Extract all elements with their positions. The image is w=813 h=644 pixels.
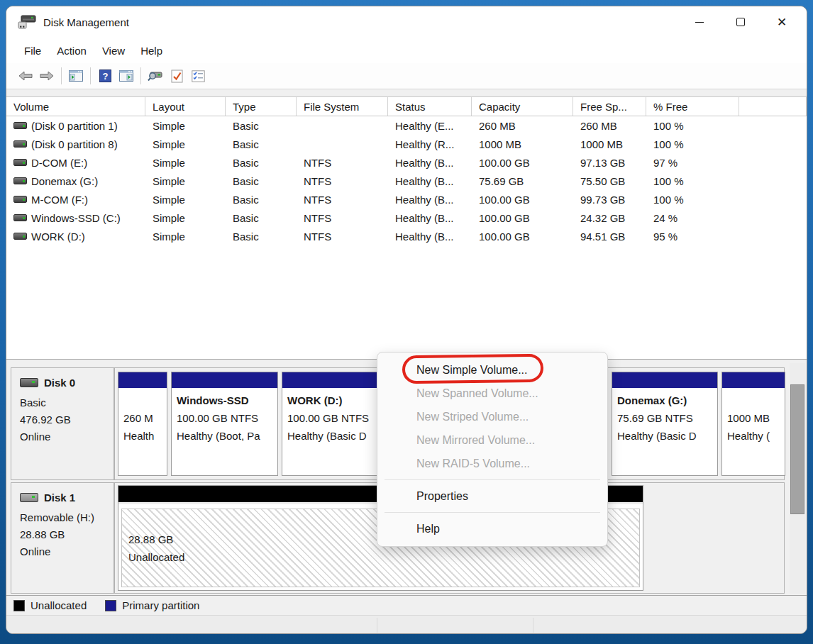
menu-separator [385, 479, 600, 480]
toolbar-separator [140, 67, 141, 84]
disk-icon [20, 378, 38, 387]
rescan-disks-button[interactable] [145, 66, 166, 86]
volume-icon [13, 177, 27, 184]
legend-unallocated-label: Unallocated [31, 599, 87, 611]
list-header: Volume Layout Type File System Status Ca… [6, 96, 807, 116]
svg-text:?: ? [102, 71, 108, 82]
col-free-space[interactable]: Free Sp... [573, 97, 646, 116]
maximize-button[interactable] [720, 6, 761, 38]
statusbar-divider [533, 618, 533, 633]
partition-windows-ssd[interactable]: Windows-SSD100.00 GB NTFSHealthy (Boot, … [171, 372, 278, 476]
help-button[interactable]: ? [94, 66, 116, 86]
cell-type: Basic [226, 172, 297, 190]
console-tree-icon [69, 70, 83, 82]
cell-free: 99.73 GB [573, 190, 646, 209]
cell-volume: (Disk 0 partition 8) [31, 138, 118, 150]
window-title: Disk Management [43, 16, 129, 28]
table-row[interactable]: M-COM (F:) Simple Basic NTFS Healthy (B.… [6, 190, 807, 209]
cell-fs: NTFS [297, 190, 388, 209]
cell-pct: 100 % [646, 116, 739, 135]
menu-action[interactable]: Action [49, 41, 94, 60]
back-button[interactable] [15, 66, 36, 86]
scrollbar-thumb[interactable] [790, 384, 804, 514]
close-icon: ✕ [777, 16, 787, 28]
cell-fs: NTFS [297, 227, 388, 245]
help-icon: ? [99, 70, 111, 82]
cell-status: Healthy (R... [388, 135, 472, 153]
cell-pct: 97 % [646, 153, 739, 172]
disk0-label[interactable]: Disk 0 Basic 476.92 GB Online [11, 368, 115, 479]
menu-bar: File Action View Help [6, 38, 807, 63]
menu-item-new-mirrored-volume: New Mirrored Volume... [377, 428, 607, 452]
col-status[interactable]: Status [388, 97, 472, 116]
volume-icon [13, 214, 27, 221]
cell-capacity: 100.00 GB [472, 209, 573, 227]
status-bar [6, 615, 807, 634]
context-menu: New Simple Volume... New Spanned Volume.… [377, 352, 608, 547]
cell-pct: 100 % [646, 190, 739, 209]
cell-capacity: 260 MB [472, 116, 573, 135]
cell-free: 24.32 GB [573, 209, 646, 227]
disk1-label[interactable]: Disk 1 Removable (H:) 28.88 GB Online [11, 483, 115, 593]
title-bar: Disk Management ✕ [6, 6, 807, 38]
partition-work[interactable]: WORK (D:)100.00 GB NTFSHealthy (Basic D [282, 372, 382, 476]
forward-button[interactable] [36, 66, 57, 86]
disk-management-window: Disk Management ✕ File Action View Help [6, 6, 807, 634]
check-document-button[interactable] [166, 66, 187, 86]
cell-fs: NTFS [297, 153, 388, 172]
volume-icon [13, 122, 27, 129]
col-file-system[interactable]: File System [297, 97, 388, 116]
close-button[interactable]: ✕ [761, 6, 802, 38]
col-layout[interactable]: Layout [145, 97, 226, 116]
cell-pct: 100 % [646, 172, 739, 190]
table-row[interactable]: WORK (D:) Simple Basic NTFS Healthy (B..… [6, 227, 807, 245]
unallocated-swatch [13, 600, 25, 611]
disk1-type: Removable (H:) [20, 509, 114, 526]
task-list-button[interactable] [187, 66, 209, 86]
menu-file[interactable]: File [16, 41, 49, 60]
maximize-icon [736, 18, 745, 26]
menu-item-properties[interactable]: Properties [377, 484, 607, 508]
cell-type: Basic [226, 227, 297, 245]
action-pane-button[interactable] [116, 66, 137, 86]
vertical-scrollbar[interactable] [790, 363, 805, 594]
cell-capacity: 100.00 GB [472, 227, 573, 245]
table-row[interactable]: D-COM (E:) Simple Basic NTFS Healthy (B.… [6, 153, 807, 172]
menu-item-new-simple-volume[interactable]: New Simple Volume... [377, 358, 607, 382]
col-type[interactable]: Type [226, 97, 297, 116]
col-capacity[interactable]: Capacity [472, 97, 573, 116]
cell-status: Healthy (B... [388, 227, 472, 245]
cell-layout: Simple [145, 209, 226, 227]
volume-icon [13, 196, 27, 203]
cell-type: Basic [226, 209, 297, 227]
minimize-button[interactable] [679, 6, 720, 38]
table-row[interactable]: (Disk 0 partition 8) Simple Basic Health… [6, 135, 807, 153]
col-volume[interactable]: Volume [6, 97, 145, 116]
col-pct-free[interactable]: % Free [646, 97, 739, 116]
console-tree-button[interactable] [65, 66, 87, 86]
cell-type: Basic [226, 153, 297, 172]
table-row[interactable]: Windows-SSD (C:) Simple Basic NTFS Healt… [6, 209, 807, 227]
statusbar-divider [377, 618, 377, 633]
partition-efi[interactable]: 260 MHealth [118, 372, 167, 476]
menu-item-new-raid5-volume: New RAID-5 Volume... [377, 452, 607, 475]
task-list-icon [192, 70, 205, 82]
primary-partition-bar [282, 372, 381, 389]
table-row[interactable]: Donemax (G:) Simple Basic NTFS Healthy (… [6, 172, 807, 190]
unallocated-label: Unallocated [128, 548, 639, 566]
cell-type: Basic [226, 116, 297, 135]
menu-help[interactable]: Help [133, 41, 170, 60]
menu-view[interactable]: View [94, 41, 133, 60]
partition-recovery[interactable]: 1000 MBHealthy ( [721, 372, 785, 476]
partition-donemax[interactable]: Donemax (G:)75.69 GB NTFSHealthy (Basic … [612, 372, 718, 476]
cell-pct: 95 % [646, 227, 739, 245]
disk1-size: 28.88 GB [20, 526, 114, 543]
menu-item-new-striped-volume: New Striped Volume... [377, 405, 607, 428]
cell-layout: Simple [145, 227, 226, 245]
cell-volume: M-COM (F:) [31, 194, 88, 206]
cell-pct: 24 % [646, 209, 739, 227]
rescan-disks-icon [148, 70, 163, 82]
disk0-status: Online [20, 428, 114, 445]
menu-item-help[interactable]: Help [377, 517, 607, 540]
table-row[interactable]: (Disk 0 partition 1) Simple Basic Health… [6, 116, 807, 135]
